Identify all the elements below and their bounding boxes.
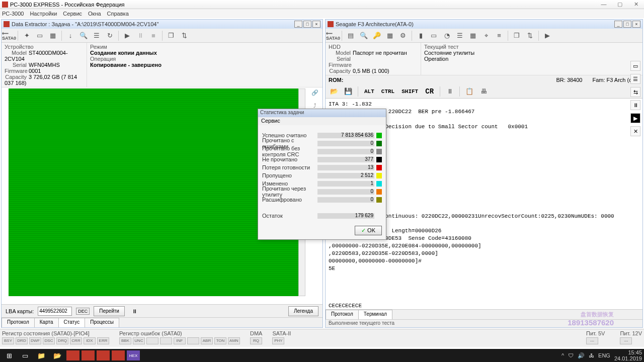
play-icon[interactable]: ▶ xyxy=(542,30,553,41)
search-icon[interactable]: 🔍 xyxy=(358,30,369,41)
repeat-icon[interactable]: ↻ xyxy=(104,30,115,41)
key-icon[interactable]: 🔑 xyxy=(371,30,382,41)
folder-icon[interactable]: 📂 xyxy=(50,350,64,361)
arrow-down-icon[interactable]: ↓ xyxy=(65,30,76,41)
sort-icon[interactable]: ⇅ xyxy=(524,30,535,41)
sort-icon[interactable]: ⇅ xyxy=(179,30,190,41)
rt-pause-icon[interactable]: ⏸ xyxy=(630,100,640,110)
key-ctrl[interactable]: CTRL xyxy=(379,87,396,96)
app-icon xyxy=(2,2,8,8)
sg-icon xyxy=(328,21,334,27)
grid-icon[interactable]: ▦ xyxy=(384,30,395,41)
zone-icon[interactable]: ⌖ xyxy=(480,30,492,41)
pause-btn-icon[interactable]: ⏸ xyxy=(132,308,137,314)
hex-icon[interactable]: HEX xyxy=(127,350,140,360)
tray-icon[interactable]: 🛡 xyxy=(568,352,574,358)
task-statistics-dialog: Статистика задачи Сервис Успешно считано… xyxy=(258,109,386,240)
open-icon[interactable]: 📂 xyxy=(329,86,340,97)
menu-item[interactable]: Сервис xyxy=(63,11,82,17)
tab-Протокол[interactable]: Протокол xyxy=(326,310,359,319)
pause-icon[interactable]: ⏸ xyxy=(135,30,146,41)
key-shift[interactable]: SHIFT xyxy=(399,87,420,96)
panel-close-icon[interactable]: × xyxy=(312,21,320,28)
tab-Карта[interactable]: Карта xyxy=(34,318,59,327)
save-icon[interactable]: ▦ xyxy=(47,30,58,41)
ok-button[interactable]: ✓ OK xyxy=(355,226,382,235)
reg-cell: DWF xyxy=(29,337,41,344)
table-icon[interactable]: ▦ xyxy=(467,30,478,41)
menu-item[interactable]: Настройки xyxy=(30,11,57,17)
chip-icon[interactable]: ▤ xyxy=(345,30,356,41)
util-state: Состояние утилиты xyxy=(424,50,639,56)
rt-icon[interactable]: ▭ xyxy=(630,61,640,71)
dialog-menu-item[interactable]: Сервис xyxy=(261,118,280,124)
link-icon[interactable]: 🔗 xyxy=(310,89,320,100)
go-button[interactable]: Перейти xyxy=(94,306,125,316)
panel-close-icon[interactable]: × xyxy=(632,21,640,28)
tab-Протокол[interactable]: Протокол xyxy=(2,318,35,327)
stat-row: Пропущено2 512 xyxy=(262,171,382,179)
device-caption: Устройство xyxy=(5,44,84,50)
chip2-icon[interactable]: ▮ xyxy=(415,30,426,41)
tray-lang[interactable]: ENG xyxy=(598,352,610,358)
panel-min-icon[interactable]: _ xyxy=(294,21,302,28)
menu-item[interactable]: Окна xyxy=(88,11,101,17)
module-icon[interactable]: ▭ xyxy=(428,30,439,41)
close-icon[interactable]: ✕ xyxy=(630,1,642,8)
heads-icon[interactable]: ☰ xyxy=(454,30,465,41)
panel-min-icon[interactable]: _ xyxy=(614,21,622,28)
term-pause-icon[interactable]: ⏸ xyxy=(444,86,455,97)
terminal-toolbar: 📂 💾 ALT CTRL SHIFT CR ⏸ 📋 🖶 xyxy=(326,84,642,99)
sata-port-label: ⟵SATA0 xyxy=(328,30,339,41)
reg-cell: IDX xyxy=(84,337,96,344)
task-view-icon[interactable]: ▭ xyxy=(18,350,32,361)
panel-max-icon[interactable]: □ xyxy=(303,21,311,28)
copy-icon[interactable]: ❐ xyxy=(511,30,522,41)
explorer-icon[interactable]: 📁 xyxy=(34,350,48,361)
tab-Статус[interactable]: Статус xyxy=(58,318,86,327)
app-task-icon[interactable] xyxy=(82,350,95,360)
tray-up-icon[interactable]: ^ xyxy=(561,352,564,358)
app-task-icon[interactable] xyxy=(66,350,79,360)
disk-icon[interactable]: ◔ xyxy=(441,30,452,41)
lba-input[interactable] xyxy=(38,307,72,316)
rt-icon[interactable]: ▶ xyxy=(630,113,640,123)
app-task-icon[interactable] xyxy=(97,350,110,360)
tab-Процессы[interactable]: Процессы xyxy=(85,318,119,327)
tray-net-icon[interactable]: 🖧 xyxy=(589,352,594,358)
print-icon[interactable]: 🖶 xyxy=(478,86,489,97)
key-cr[interactable]: CR xyxy=(423,86,436,97)
op-label: Операция xyxy=(90,56,319,62)
rt-icon[interactable]: ⇆ xyxy=(630,87,640,97)
search-icon[interactable]: 🔍 xyxy=(78,30,89,41)
app-title: PC-3000 EXPRESS - Российская Федерация xyxy=(10,2,125,8)
right-tabs: ПротоколТерминал xyxy=(326,309,642,319)
reg-cell xyxy=(146,337,158,344)
start-button[interactable]: ⊞ xyxy=(2,350,16,361)
reg-cell: UNC xyxy=(133,337,145,344)
tray-volume-icon[interactable]: 🔊 xyxy=(578,352,585,359)
rt-icon[interactable]: ☰ xyxy=(630,74,640,84)
stack-icon[interactable]: ☰ xyxy=(91,30,102,41)
minimize-icon[interactable]: — xyxy=(598,1,610,8)
key-alt[interactable]: ALT xyxy=(362,87,376,96)
menu-item[interactable]: Справка xyxy=(107,11,129,17)
legend-button[interactable]: Легенда xyxy=(288,306,318,316)
copy2-icon[interactable]: 📋 xyxy=(464,86,475,97)
menu-item[interactable]: PC-3000 xyxy=(2,11,24,17)
panel-max-icon[interactable]: □ xyxy=(623,21,631,28)
new-task-icon[interactable]: ▭ xyxy=(34,30,45,41)
tray-time: 15:45 xyxy=(614,349,642,355)
gear-icon[interactable]: ⚙ xyxy=(397,30,409,41)
copy-icon[interactable]: ❐ xyxy=(166,30,177,41)
tab-Терминал[interactable]: Терминал xyxy=(358,310,392,319)
stop-icon[interactable]: ■ xyxy=(148,30,159,41)
app-task-icon[interactable] xyxy=(112,350,125,360)
rt-settings-icon[interactable]: ✕ xyxy=(630,126,640,136)
save-icon[interactable]: 💾 xyxy=(343,86,354,97)
maximize-icon[interactable]: ▢ xyxy=(614,1,626,8)
play-icon[interactable]: ▶ xyxy=(122,30,133,41)
tool-icon[interactable]: ✦ xyxy=(21,30,32,41)
list-icon[interactable]: ≡ xyxy=(494,30,505,41)
lba-unit-icon[interactable]: DEC xyxy=(76,308,90,315)
